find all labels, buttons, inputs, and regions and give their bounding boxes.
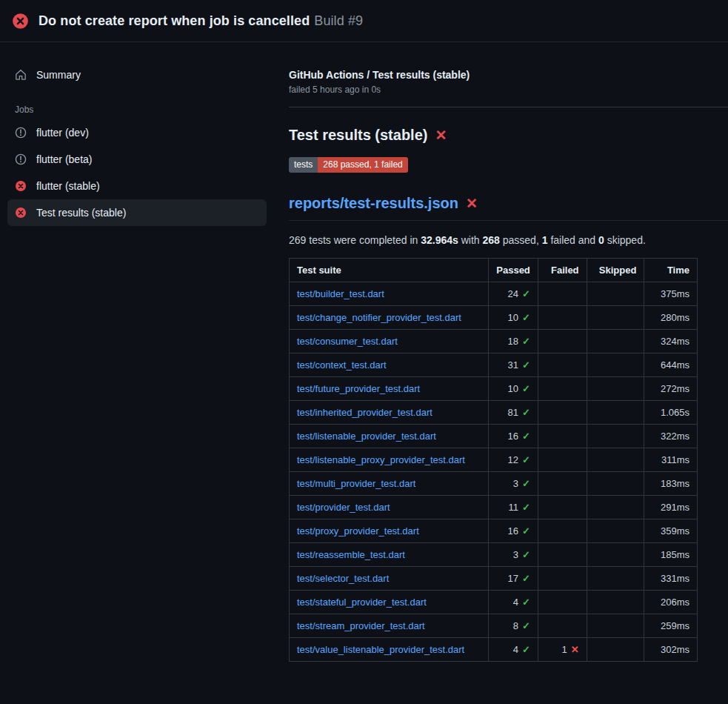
test-suite-link[interactable]: test/reassemble_test.dart	[297, 549, 405, 560]
jobs-section-label: Jobs	[7, 88, 267, 119]
table-row: test/listenable_provider_test.dart16✓322…	[290, 424, 698, 448]
column-header-passed: Passed	[489, 258, 538, 282]
failed-cell	[538, 400, 587, 424]
passed-count: 4	[513, 644, 518, 655]
test-suite-link[interactable]: test/listenable_proxy_provider_test.dart	[297, 454, 465, 465]
sidebar-item-label: Summary	[36, 69, 81, 81]
badge-value: 268 passed, 1 failed	[318, 157, 407, 173]
test-suite-link[interactable]: test/multi_provider_test.dart	[297, 478, 415, 489]
test-suite-cell: test/stateful_provider_test.dart	[290, 590, 489, 614]
test-suite-link[interactable]: test/listenable_provider_test.dart	[297, 431, 436, 442]
failed-cell	[538, 471, 587, 495]
sidebar-item-flutter-beta[interactable]: flutter (beta)	[7, 146, 267, 173]
check-icon: ✓	[522, 312, 530, 323]
test-suite-link[interactable]: test/provider_test.dart	[297, 502, 390, 513]
passed-cell: 3✓	[489, 542, 538, 566]
check-icon: ✓	[522, 597, 530, 608]
passed-count: 16	[507, 431, 518, 442]
test-suite-link[interactable]: test/builder_test.dart	[297, 288, 384, 299]
passed-count: 10	[507, 383, 518, 394]
check-icon: ✓	[522, 359, 530, 371]
failed-cell	[538, 282, 587, 305]
check-icon: ✓	[522, 573, 530, 584]
passed-cell: 3✓	[489, 471, 538, 495]
failed-cell: 1✕	[538, 637, 587, 661]
sidebar-item-flutter-stable[interactable]: flutter (stable)	[7, 173, 267, 199]
test-suite-link[interactable]: test/stream_provider_test.dart	[297, 620, 425, 631]
table-row: test/stream_provider_test.dart8✓259ms	[290, 614, 698, 637]
skipped-cell	[587, 542, 644, 566]
passed-cell: 12✓	[489, 448, 538, 471]
test-suite-link[interactable]: test/selector_test.dart	[297, 573, 389, 584]
test-suite-link[interactable]: test/stateful_provider_test.dart	[297, 597, 427, 608]
test-suite-cell: test/listenable_proxy_provider_test.dart	[290, 448, 489, 471]
test-suite-link[interactable]: test/inherited_provider_test.dart	[297, 407, 433, 418]
badge-label: tests	[289, 157, 318, 173]
summary-duration: 32.964s	[421, 234, 458, 246]
column-header-time: Time	[644, 258, 698, 282]
summary-text: passed,	[500, 234, 542, 246]
passed-count: 31	[507, 359, 518, 371]
passed-count: 3	[513, 549, 518, 560]
sidebar-item-label: flutter (beta)	[36, 153, 92, 165]
failed-cell	[538, 353, 587, 376]
skipped-cell	[587, 282, 644, 305]
passed-cell: 81✓	[489, 400, 538, 424]
time-cell: 324ms	[644, 329, 698, 353]
test-suite-cell: test/value_listenable_provider_test.dart	[290, 637, 489, 661]
passed-cell: 11✓	[489, 495, 538, 519]
skipped-cell	[587, 637, 644, 661]
check-icon: ✓	[522, 549, 530, 560]
skipped-cell	[587, 471, 644, 495]
sidebar-item-flutter-dev[interactable]: flutter (dev)	[7, 119, 267, 146]
skipped-cell	[587, 376, 644, 400]
failed-cell	[538, 329, 587, 353]
passed-cell: 16✓	[489, 519, 538, 542]
report-link[interactable]: reports/test-results.json ✕	[289, 195, 728, 221]
layout: Summary Jobs flutter (dev) flut	[0, 42, 728, 662]
passed-cell: 4✓	[489, 590, 538, 614]
passed-count: 24	[507, 288, 518, 299]
sidebar-item-label: flutter (dev)	[36, 127, 89, 139]
failed-cell	[538, 424, 587, 448]
sidebar-item-label: Test results (stable)	[36, 207, 126, 219]
column-header-skipped: Skipped	[587, 258, 644, 282]
test-suite-cell: test/provider_test.dart	[290, 495, 489, 519]
home-icon	[15, 69, 27, 81]
failed-cell	[538, 376, 587, 400]
check-icon: ✓	[522, 383, 530, 394]
sidebar-item-summary[interactable]: Summary	[7, 62, 267, 88]
section-title-text: Test results (stable)	[289, 127, 427, 144]
test-suite-cell: test/inherited_provider_test.dart	[290, 400, 489, 424]
check-icon: ✓	[522, 502, 530, 513]
time-cell: 359ms	[644, 519, 698, 542]
passed-count: 3	[513, 478, 518, 489]
test-suite-link[interactable]: test/proxy_provider_test.dart	[297, 525, 419, 537]
test-suite-cell: test/selector_test.dart	[290, 566, 489, 590]
cross-mark-icon: ✕	[466, 196, 478, 210]
test-suite-cell: test/reassemble_test.dart	[290, 542, 489, 566]
time-cell: 375ms	[644, 282, 698, 305]
table-row: test/context_test.dart31✓644ms	[290, 353, 698, 376]
passed-count: 12	[507, 454, 518, 465]
test-results-table: Test suitePassedFailedSkippedTime test/b…	[289, 258, 698, 662]
check-icon: ✓	[522, 478, 530, 489]
table-row: test/consumer_test.dart18✓324ms	[290, 329, 698, 353]
x-icon: ✕	[571, 644, 579, 655]
check-icon: ✓	[522, 288, 530, 299]
sidebar-item-test-results-stable[interactable]: Test results (stable)	[7, 199, 267, 226]
test-suite-link[interactable]: test/context_test.dart	[297, 359, 387, 371]
passed-cell: 31✓	[489, 353, 538, 376]
summary-sentence: 269 tests were completed in 32.964s with…	[289, 234, 705, 246]
test-suite-link[interactable]: test/future_provider_test.dart	[297, 383, 420, 394]
report-link-text[interactable]: reports/test-results.json	[289, 195, 458, 212]
cancelled-status-icon	[15, 127, 27, 139]
failed-cell	[538, 495, 587, 519]
failed-cell	[538, 542, 587, 566]
tests-badge: tests 268 passed, 1 failed	[289, 157, 408, 173]
test-suite-link[interactable]: test/value_listenable_provider_test.dart	[297, 644, 464, 655]
test-suite-link[interactable]: test/consumer_test.dart	[297, 336, 398, 347]
test-suite-link[interactable]: test/change_notifier_provider_test.dart	[297, 312, 461, 323]
failed-status-icon	[15, 207, 27, 219]
check-icon: ✓	[522, 336, 530, 347]
